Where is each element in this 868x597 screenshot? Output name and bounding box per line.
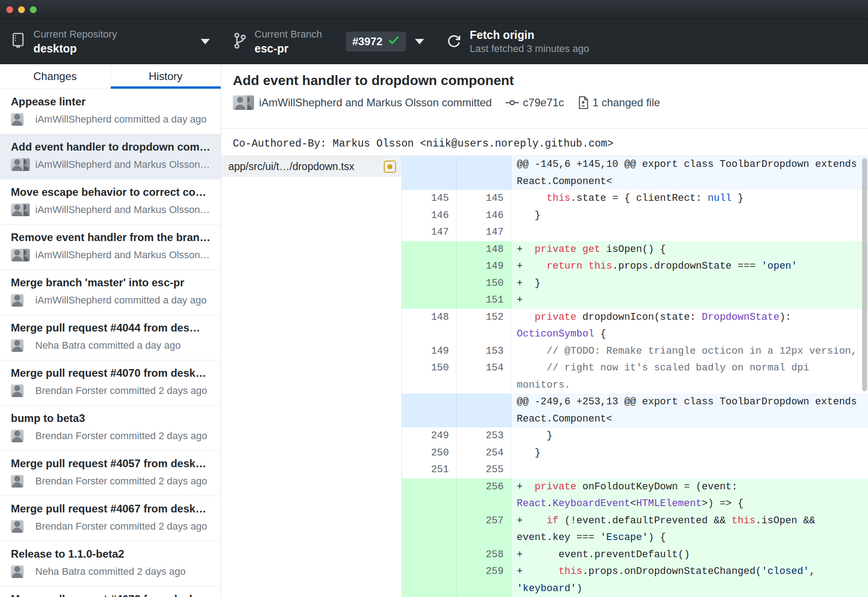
diff-code-line: // @TODO: Remake triangle octicon in a 1…	[511, 343, 868, 360]
avatar-stack	[11, 339, 30, 352]
diff-old-line-number	[402, 563, 457, 597]
diff-old-line-number: 148	[402, 309, 457, 343]
commit-meta: iAmWillShepherd and Markus Olsson…	[11, 158, 212, 171]
fetch-title: Fetch origin	[470, 28, 589, 42]
diff-old-line-number: 149	[402, 343, 457, 360]
file-list-item[interactable]: app/src/ui/t…/dropdown.tsx	[221, 156, 401, 177]
code-token: }	[731, 193, 743, 204]
branch-dropdown-button[interactable]: Current Branch esc-pr #3972	[221, 19, 435, 64]
commit-list-item[interactable]: Merge pull request #4070 from desk…Brend…	[0, 360, 221, 406]
close-button[interactable]	[6, 6, 13, 13]
commit-meta: iAmWillShepherd committed a day ago	[11, 113, 212, 126]
commit-meta: iAmWillShepherd committed a day ago	[11, 294, 212, 307]
diff-row: 258+ event.preventDefault()	[402, 546, 868, 564]
diff-old-line-number: 249	[402, 427, 457, 445]
commit-title: Merge branch 'master' into esc-pr	[11, 276, 212, 289]
diff-new-line-number: 254	[457, 445, 511, 462]
code-token: ) {	[648, 532, 666, 543]
commit-list-item[interactable]: Add event handler to dropdown com…iAmWil…	[0, 134, 221, 180]
diff-old-line-number	[402, 479, 457, 512]
commit-meta-text: iAmWillShepherd committed a day ago	[35, 294, 207, 306]
avatar	[11, 249, 24, 261]
branch-label: Current Branch	[255, 28, 322, 41]
commit-list-item[interactable]: Remove event handler from the bran…iAmWi…	[0, 225, 221, 270]
commit-meta-text: iAmWillShepherd and Markus Olsson…	[35, 249, 210, 261]
diff-row: 149+ return this.props.dropdownState ===…	[402, 258, 868, 275]
avatar	[11, 204, 24, 216]
commit-list-item[interactable]: Release to 1.1.0-beta2Neha Batra committ…	[0, 541, 221, 587]
commit-title: Move escape behavior to correct co…	[11, 185, 212, 199]
diff-code-line	[511, 224, 868, 241]
avatar-stack	[11, 158, 30, 171]
commit-list-item[interactable]: Merge pull request #4067 from desk…Brend…	[0, 496, 221, 541]
commit-list-item[interactable]: Merge branch 'master' into esc-priAmWill…	[0, 270, 221, 315]
code-token: .	[547, 498, 552, 509]
avatar-stack	[11, 384, 30, 398]
commit-meta: Brendan Forster committed 2 days ago	[11, 520, 212, 533]
code-token: if	[547, 515, 558, 526]
pr-number: #3972	[352, 35, 382, 48]
commit-meta-text: iAmWillShepherd and Markus Olsson…	[35, 159, 210, 171]
diff-new-line-number: 149	[457, 258, 511, 275]
avatar-stack	[11, 294, 30, 307]
changed-file-list: app/src/ui/t…/dropdown.tsx	[221, 156, 402, 597]
commit-meta-text: Brendan Forster committed 2 days ago	[35, 430, 207, 442]
diff-new-line-number: 152	[457, 309, 511, 343]
avatar-stack	[11, 429, 30, 443]
commit-title: Merge pull request #4044 from des…	[11, 321, 212, 335]
git-branch-icon	[233, 32, 246, 52]
code-token: 'keyboard'	[517, 583, 576, 594]
diff-rows: @@ -145,6 +145,10 @@ export class Toolba…	[402, 156, 868, 597]
zoom-button[interactable]	[30, 6, 37, 13]
diff-row: 151+	[402, 292, 868, 309]
diff-new-line-number: 256	[457, 479, 511, 512]
code-token: +	[517, 244, 535, 255]
diff-old-line-number: 147	[402, 224, 457, 241]
code-token: >) => {	[702, 498, 743, 509]
diff-row: 150+ }	[402, 275, 868, 292]
minimize-button[interactable]	[18, 6, 25, 13]
diff-code-line: this.state = { clientRect: null }	[511, 190, 868, 207]
diff-row: @@ -145,6 +145,10 @@ export class Toolba…	[402, 156, 868, 190]
diff-row: 146146 }	[402, 207, 868, 224]
commit-list-item[interactable]: Move escape behavior to correct co…iAmWi…	[0, 180, 221, 225]
code-token: // right now it's scaled badly on normal…	[517, 362, 815, 391]
tab-history[interactable]: History	[111, 64, 221, 89]
git-commit-icon	[505, 99, 519, 106]
commit-detail-meta: iAmWillShepherd and Markus Olsson commit…	[233, 95, 868, 110]
commit-meta: Neha Batra committed 2 days ago	[11, 565, 212, 578]
code-token	[517, 312, 535, 323]
commit-list-item[interactable]: Appease linteriAmWillShepherd committed …	[0, 89, 221, 134]
diff-new-line-number: 153	[457, 343, 511, 360]
commit-authors: iAmWillShepherd and Markus Olsson commit…	[259, 96, 492, 109]
file-path: app/src/ui/t…/dropdown.tsx	[228, 161, 384, 173]
commit-list-item[interactable]: bump to beta3Brendan Forster committed 2…	[0, 406, 221, 451]
fetch-origin-button[interactable]: Fetch origin Last fetched 3 minutes ago	[435, 19, 650, 64]
code-token: private	[535, 481, 576, 493]
diff-code-line: private dropdownIcon(state: DropdownStat…	[511, 309, 868, 343]
app-toolbar: Current Repository desktop Current Branc…	[0, 19, 868, 64]
commit-list: Appease linteriAmWillShepherd committed …	[0, 89, 221, 597]
commit-sha[interactable]: c79e71c	[523, 96, 564, 109]
code-token: private	[535, 312, 576, 323]
chevron-down-icon	[415, 39, 424, 44]
commit-list-item[interactable]: Merge pull request #4044 from des…Neha B…	[0, 315, 221, 360]
commit-list-item[interactable]: Merge pull request #4057 from desk…Brend…	[0, 451, 221, 496]
code-token	[582, 261, 588, 272]
repository-label: Current Repository	[33, 28, 117, 41]
diff-new-line-number: 147	[457, 224, 511, 241]
check-icon	[388, 34, 400, 49]
sidebar-tabs: Changes History	[0, 64, 221, 89]
commit-list-item[interactable]: Merge pull request #4072 from desk…	[0, 587, 221, 597]
commit-description: Co-Authored-By: Markus Olsson <niik@user…	[233, 138, 868, 150]
commit-meta-text: Brendan Forster committed 2 days ago	[35, 385, 207, 397]
diff-code-line: // right now it's scaled badly on normal…	[511, 360, 868, 393]
repository-dropdown-button[interactable]: Current Repository desktop	[0, 19, 221, 64]
diff-old-line-number	[402, 393, 457, 427]
code-token: +	[517, 261, 547, 272]
tab-changes[interactable]: Changes	[0, 64, 111, 89]
code-token: <	[630, 498, 636, 509]
code-token: +	[517, 566, 558, 577]
file-diff-panel: app/src/ui/t…/dropdown.tsx @@ -145,6 +14…	[221, 156, 868, 597]
scrollbar-thumb[interactable]	[862, 158, 867, 391]
